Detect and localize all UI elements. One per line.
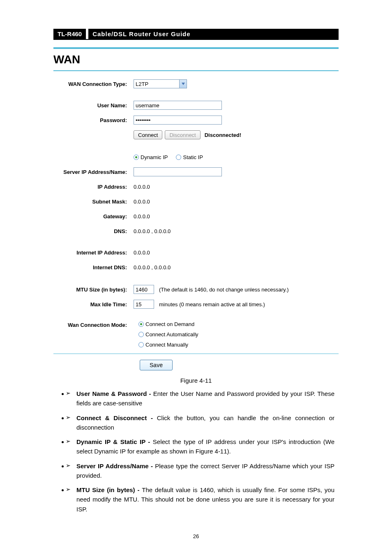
list-item: Connect & Disconnect - Click the button,… [68, 413, 334, 432]
label-ip-address: IP Address: [53, 184, 134, 190]
header-rule [53, 39, 339, 40]
subnet-value: 0.0.0.0 [134, 199, 150, 205]
label-server-ip: Server IP Address/Name: [53, 169, 134, 175]
mode-demand-radio[interactable]: Connect on Demand [138, 321, 194, 327]
mtu-input[interactable] [134, 285, 154, 294]
static-ip-radio[interactable]: Static IP [176, 154, 203, 160]
model-badge: TL-R460 [53, 29, 86, 39]
wan-conn-type-select[interactable]: L2TP [134, 79, 187, 88]
bullet-term: Dynamic IP & Static IP - [76, 438, 153, 445]
radio-icon [138, 321, 144, 327]
label-conn-mode: Wan Connection Mode: [53, 321, 134, 328]
divider [53, 354, 339, 354]
mode-auto-radio[interactable]: Connect Automatically [138, 331, 198, 338]
wan-config-panel: WAN WAN Connection Type: L2TP User Name:… [53, 47, 339, 370]
panel-title: WAN [53, 53, 339, 66]
label-username: User Name: [53, 102, 134, 109]
label-subnet: Subnet Mask: [53, 199, 134, 205]
ip-address-value: 0.0.0.0 [134, 184, 150, 190]
radio-icon [138, 332, 144, 337]
figure-caption: Figure 4-11 [53, 377, 339, 384]
radio-label: Connect on Demand [145, 321, 194, 327]
label-max-idle: Max Idle Time: [53, 301, 134, 308]
page-number: 26 [0, 533, 392, 539]
server-ip-input[interactable] [134, 167, 222, 176]
radio-icon [176, 155, 181, 160]
dynamic-ip-radio[interactable]: Dynamic IP [134, 154, 168, 160]
radio-icon [138, 342, 144, 347]
connect-button[interactable]: Connect [134, 130, 162, 139]
save-button[interactable]: Save [140, 360, 173, 370]
password-input[interactable] [134, 116, 222, 125]
internet-dns-value: 0.0.0.0 , 0.0.0.0 [134, 264, 171, 271]
radio-label: Dynamic IP [141, 154, 168, 160]
gateway-value: 0.0.0.0 [134, 213, 150, 220]
dns-value: 0.0.0.0 , 0.0.0.0 [134, 228, 171, 234]
connection-status: Disconnected! [205, 132, 242, 138]
chevron-down-icon [179, 80, 187, 88]
internet-ip-value: 0.0.0.0 [134, 250, 150, 256]
radio-icon [134, 155, 139, 160]
list-item: Server IP Address/Name - Please type the… [68, 461, 334, 481]
guide-title: Cable/DSL Router User Guide [88, 29, 339, 39]
radio-label: Connect Manually [145, 342, 188, 348]
radio-label: Static IP [183, 154, 203, 160]
bullet-term: User Name & Password - [76, 390, 153, 397]
label-dns: DNS: [53, 228, 134, 234]
max-idle-hint: minutes (0 means remain active at all ti… [159, 301, 265, 308]
label-gateway: Gateway: [53, 213, 134, 220]
username-input[interactable] [134, 101, 222, 110]
bullet-term: Server IP Address/Name - [76, 462, 155, 469]
max-idle-input[interactable] [134, 300, 154, 309]
label-internet-ip: Internet IP Address: [53, 250, 134, 256]
mode-manual-radio[interactable]: Connect Manually [138, 342, 188, 348]
select-value: L2TP [136, 81, 148, 87]
mtu-hint: (The default is 1460, do not change unle… [159, 287, 289, 293]
disconnect-button[interactable]: Disconnect [165, 130, 200, 139]
label-internet-dns: Internet DNS: [53, 264, 134, 271]
label-mtu: MTU Size (in bytes): [53, 287, 134, 293]
list-item: MTU Size (in bytes) - The default value … [68, 485, 334, 514]
label-conn-type: WAN Connection Type: [53, 81, 134, 87]
doc-header: TL-R460 Cable/DSL Router User Guide [53, 29, 339, 39]
list-item: Dynamic IP & Static IP - Select the type… [68, 437, 334, 456]
divider [53, 70, 339, 71]
radio-label: Connect Automatically [145, 331, 198, 338]
bullet-term: MTU Size (in bytes) - [76, 486, 142, 493]
label-password: Password: [53, 117, 134, 123]
bullet-term: Connect & Disconnect - [76, 414, 157, 421]
list-item: User Name & Password - Enter the User Na… [68, 389, 334, 408]
definition-list: User Name & Password - Enter the User Na… [53, 389, 339, 514]
